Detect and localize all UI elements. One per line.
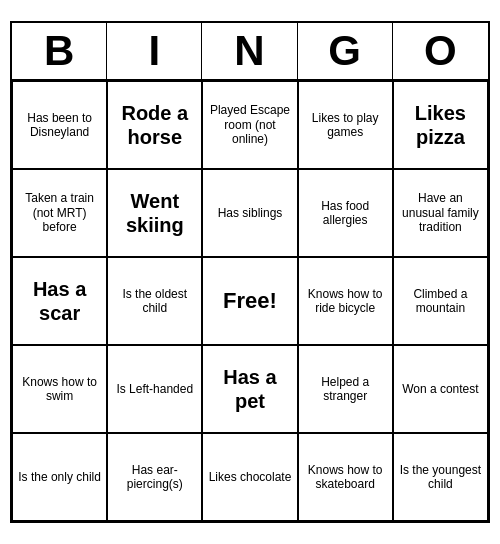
- header-letter: B: [12, 23, 107, 79]
- cell-text: Climbed a mountain: [398, 287, 483, 316]
- cell-text: Taken a train (not MRT) before: [17, 191, 102, 234]
- bingo-cell: Knows how to swim: [12, 345, 107, 433]
- bingo-cell: Has been to Disneyland: [12, 81, 107, 169]
- bingo-cell: Likes chocolate: [202, 433, 297, 521]
- cell-text: Has ear-piercing(s): [112, 463, 197, 492]
- cell-text: Won a contest: [402, 382, 479, 396]
- bingo-cell: Free!: [202, 257, 297, 345]
- cell-text: Has been to Disneyland: [17, 111, 102, 140]
- bingo-cell: Has a scar: [12, 257, 107, 345]
- bingo-cell: Is the only child: [12, 433, 107, 521]
- cell-text: Knows how to ride bicycle: [303, 287, 388, 316]
- cell-text: Rode a horse: [112, 101, 197, 149]
- bingo-cell: Has ear-piercing(s): [107, 433, 202, 521]
- cell-text: Knows how to swim: [17, 375, 102, 404]
- bingo-header: BINGO: [12, 23, 488, 81]
- cell-text: Is the youngest child: [398, 463, 483, 492]
- header-letter: N: [202, 23, 297, 79]
- cell-text: Is the oldest child: [112, 287, 197, 316]
- bingo-cell: Went skiing: [107, 169, 202, 257]
- bingo-cell: Climbed a mountain: [393, 257, 488, 345]
- bingo-cell: Is the youngest child: [393, 433, 488, 521]
- bingo-cell: Knows how to skateboard: [298, 433, 393, 521]
- cell-text: Is Left-handed: [116, 382, 193, 396]
- bingo-cell: Likes to play games: [298, 81, 393, 169]
- cell-text: Likes chocolate: [209, 470, 292, 484]
- cell-text: Has a scar: [17, 277, 102, 325]
- bingo-cell: Have an unusual family tradition: [393, 169, 488, 257]
- bingo-cell: Helped a stranger: [298, 345, 393, 433]
- cell-text: Has siblings: [218, 206, 283, 220]
- cell-text: Free!: [223, 288, 277, 314]
- bingo-cell: Has food allergies: [298, 169, 393, 257]
- cell-text: Have an unusual family tradition: [398, 191, 483, 234]
- cell-text: Has food allergies: [303, 199, 388, 228]
- cell-text: Went skiing: [112, 189, 197, 237]
- header-letter: O: [393, 23, 488, 79]
- cell-text: Likes to play games: [303, 111, 388, 140]
- bingo-cell: Rode a horse: [107, 81, 202, 169]
- bingo-card: BINGO Has been to DisneylandRode a horse…: [10, 21, 490, 523]
- header-letter: G: [298, 23, 393, 79]
- cell-text: Is the only child: [18, 470, 101, 484]
- bingo-cell: Has a pet: [202, 345, 297, 433]
- cell-text: Knows how to skateboard: [303, 463, 388, 492]
- header-letter: I: [107, 23, 202, 79]
- bingo-grid: Has been to DisneylandRode a horsePlayed…: [12, 81, 488, 521]
- bingo-cell: Has siblings: [202, 169, 297, 257]
- bingo-cell: Knows how to ride bicycle: [298, 257, 393, 345]
- bingo-cell: Is Left-handed: [107, 345, 202, 433]
- bingo-cell: Likes pizza: [393, 81, 488, 169]
- cell-text: Likes pizza: [398, 101, 483, 149]
- cell-text: Played Escape room (not online): [207, 103, 292, 146]
- bingo-cell: Played Escape room (not online): [202, 81, 297, 169]
- bingo-cell: Is the oldest child: [107, 257, 202, 345]
- bingo-cell: Taken a train (not MRT) before: [12, 169, 107, 257]
- cell-text: Helped a stranger: [303, 375, 388, 404]
- cell-text: Has a pet: [207, 365, 292, 413]
- bingo-cell: Won a contest: [393, 345, 488, 433]
